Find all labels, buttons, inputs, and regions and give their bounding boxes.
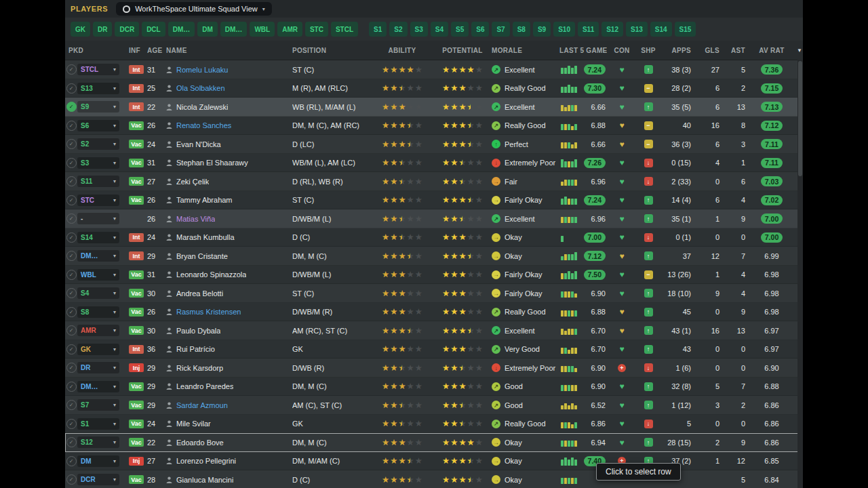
filter-button-dr[interactable]: DR (93, 22, 112, 37)
column-header-apps[interactable]: APPS (660, 41, 694, 60)
table-row[interactable]: ✓S3▾Vac31Stephan El ShaarawyWB/M (L), AM… (65, 154, 803, 173)
column-header-avrat[interactable]: AV RAT (748, 41, 795, 60)
pkd-badge[interactable]: -▾ (77, 213, 119, 224)
row-checkbox[interactable]: ✓ (66, 232, 77, 243)
table-row[interactable]: ✓S11▾Vac27Zeki ÇelikD (RL), WB (R)★★★★★★… (65, 172, 803, 191)
table-row[interactable]: ✓DM…▾Vac29Leandro ParedesDM, M (C)★★★★★★… (65, 378, 803, 396)
row-checkbox[interactable]: ✓ (66, 382, 77, 392)
pkd-badge[interactable]: GK▾ (77, 344, 119, 355)
table-row[interactable]: ✓S12▾Vac22Edoardo BoveDM, M (C)★★★★★★★★★… (65, 433, 803, 452)
row-checkbox[interactable]: ✓ (66, 325, 77, 336)
player-name[interactable]: Leonardo Spinazzola (176, 270, 246, 279)
filter-button-s11[interactable]: S11 (578, 22, 599, 37)
player-name[interactable]: Matias Viña (176, 215, 215, 223)
pkd-badge[interactable]: AMR▾ (77, 325, 119, 336)
row-checkbox[interactable]: ✓ (66, 83, 77, 94)
row-checkbox[interactable]: ✓ (66, 195, 77, 205)
filter-button-dm[interactable]: DM… (220, 22, 248, 37)
pkd-badge[interactable]: S1▾ (77, 418, 119, 430)
row-checkbox[interactable]: ✓ (66, 102, 77, 112)
row-checkbox[interactable]: ✓ (66, 419, 77, 429)
row-checkbox[interactable]: ✓ (66, 158, 77, 168)
pkd-badge[interactable]: DM…▾ (77, 250, 119, 262)
column-header-morale[interactable]: MORALE (492, 41, 559, 60)
column-header-pkd[interactable]: PKD (65, 41, 129, 60)
table-row[interactable]: ✓GK▾Int36Rui PatrícioGK★★★★★★★★★★★★★★★★★… (65, 340, 803, 359)
row-checkbox[interactable]: ✓ (66, 251, 77, 261)
table-row[interactable]: ✓S8▾Vac26Rasmus KristensenD/WB/M (R)★★★★… (65, 303, 803, 322)
filter-button-s9[interactable]: S9 (533, 22, 551, 37)
pkd-badge[interactable]: S14▾ (77, 232, 119, 243)
column-header-ability[interactable]: ABILITY (371, 41, 433, 60)
player-name[interactable]: Zeki Çelik (176, 178, 209, 186)
row-checkbox[interactable]: ✓ (66, 363, 77, 373)
row-checkbox[interactable]: ✓ (66, 121, 77, 131)
player-name[interactable]: Rick Karsdorp (176, 364, 223, 372)
column-header-shp[interactable]: SHP (637, 41, 660, 60)
player-name[interactable]: Bryan Cristante (176, 252, 228, 260)
pkd-badge[interactable]: DR▾ (77, 362, 119, 373)
table-row[interactable]: ✓S14▾Int24Marash KumbullaD (C)★★★★★★★★★★… (65, 228, 803, 247)
pkd-badge[interactable]: WBL▾ (77, 269, 119, 281)
pkd-badge[interactable]: S2▾ (77, 138, 119, 150)
table-row[interactable]: ✓S1▾Vac24Mile SvilarGK★★★★★★★★★★★★★★★★★★… (65, 415, 803, 434)
table-row[interactable]: ✓STCL▾Int31Romelu LukakuST (C)★★★★★★★★★★… (65, 60, 803, 79)
column-header-potential[interactable]: POTENTIAL (433, 41, 492, 60)
player-name[interactable]: Renato Sanches (176, 121, 231, 129)
view-selector-dropdown[interactable]: WorkTheSpace Ultimate Squad View ▾ (116, 2, 272, 16)
table-row[interactable]: ✓S9▾Int22Nicola ZalewskiWB (RL), M/AM (L… (65, 98, 803, 117)
table-row[interactable]: ✓S7▾Vac29Sardar AzmounAM (C), ST (C)★★★★… (65, 396, 803, 415)
filter-button-gk[interactable]: GK (71, 22, 90, 37)
player-name[interactable]: Gianluca Mancini (176, 476, 233, 484)
player-name[interactable]: Marash Kumbulla (176, 233, 235, 241)
table-row[interactable]: ✓S2▾Vac24Evan N'DickaD (LC)★★★★★★★★★★★★★… (65, 135, 803, 154)
pkd-badge[interactable]: S13▾ (77, 83, 119, 94)
pkd-badge[interactable]: S4▾ (77, 287, 119, 299)
filter-button-s12[interactable]: S12 (601, 22, 623, 37)
player-name[interactable]: Rui Patrício (176, 345, 215, 353)
filter-button-dcr[interactable]: DCR (115, 22, 139, 37)
pkd-badge[interactable]: S8▾ (77, 306, 119, 318)
table-row[interactable]: ✓S13▾Int25Ola SolbakkenM (R), AM (RLC)★★… (65, 79, 803, 98)
filter-button-s6[interactable]: S6 (471, 22, 489, 37)
filter-button-s15[interactable]: S15 (675, 22, 696, 37)
player-name[interactable]: Leandro Paredes (176, 382, 233, 390)
table-row[interactable]: ✓AMR▾Vac30Paulo DybalaAM (RC), ST (C)★★★… (65, 321, 803, 340)
pkd-badge[interactable]: STCL▾ (77, 64, 119, 75)
player-name[interactable]: Mile Svilar (176, 420, 211, 428)
filter-button-dm[interactable]: DM (197, 22, 218, 37)
column-header-inf[interactable]: INF (129, 41, 147, 60)
pkd-badge[interactable]: DM…▾ (77, 381, 119, 392)
filter-button-stc[interactable]: STC (305, 22, 328, 37)
player-name[interactable]: Romelu Lukaku (176, 66, 228, 74)
row-checkbox[interactable]: ✓ (66, 288, 77, 298)
pkd-badge[interactable]: S12▾ (77, 436, 119, 448)
player-name[interactable]: Ola Solbakken (176, 84, 225, 92)
pkd-badge[interactable]: S9▾ (77, 101, 119, 113)
table-row[interactable]: ✓-▾26Matias ViñaD/WB/M (L)★★★★★★★★★★★★★★… (65, 209, 803, 228)
filter-button-amr[interactable]: AMR (277, 22, 302, 37)
player-name[interactable]: Sardar Azmoun (176, 401, 228, 409)
column-header-con[interactable]: CON (607, 41, 637, 60)
row-checkbox[interactable]: ✓ (66, 307, 77, 317)
pkd-badge[interactable]: S3▾ (77, 157, 119, 169)
table-row[interactable]: ✓WBL▾Vac31Leonardo SpinazzolaD/WB/M (L)★… (65, 266, 803, 285)
table-row[interactable]: ✓S6▾Vac26Renato SanchesDM, M (C), AM (RC… (65, 117, 803, 136)
row-checkbox[interactable]: ✓ (66, 176, 77, 186)
column-header-age[interactable]: AGE (147, 41, 166, 60)
player-name[interactable]: Paulo Dybala (176, 327, 220, 335)
table-row[interactable]: ✓DCR▾Vac28Gianluca ManciniD (C)★★★★★★★★★… (65, 470, 803, 488)
filter-button-dm[interactable]: DM… (168, 22, 195, 37)
filter-button-s4[interactable]: S4 (431, 22, 448, 37)
pkd-badge[interactable]: S7▾ (77, 399, 119, 411)
player-name[interactable]: Tammy Abraham (176, 196, 233, 204)
table-row[interactable]: ✓DM▾Inj27Lorenzo PellegriniDM, M/AM (C)★… (65, 452, 803, 471)
row-checkbox[interactable]: ✓ (66, 139, 77, 149)
table-row[interactable]: ✓DR▾Inj29Rick KarsdorpD/WB (R)★★★★★★★★★★… (65, 359, 803, 378)
scrollbar-thumb[interactable] (798, 61, 802, 176)
scrollbar[interactable] (797, 60, 803, 488)
row-checkbox[interactable]: ✓ (66, 400, 77, 410)
row-checkbox[interactable]: ✓ (66, 456, 77, 466)
column-header-ast[interactable]: AST (722, 41, 748, 60)
pkd-badge[interactable]: S11▾ (77, 176, 119, 187)
